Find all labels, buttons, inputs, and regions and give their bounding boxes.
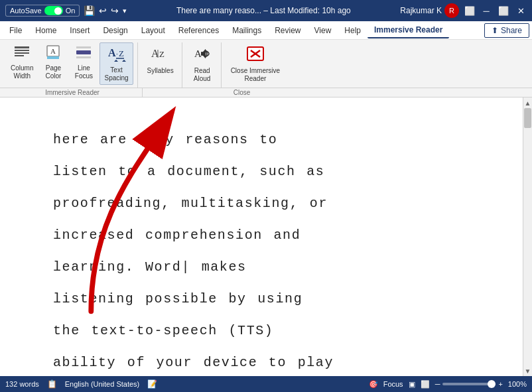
share-button[interactable]: ⬆ Share — [484, 23, 529, 38]
svg-text:A: A — [108, 47, 116, 58]
view-icon-1[interactable]: ▣ — [409, 380, 415, 389]
close-button[interactable]: ✕ — [515, 5, 527, 17]
document-title: There are many reaso... – Last Modified:… — [176, 6, 351, 15]
autosave-label: AutoSave — [10, 7, 42, 15]
svg-marker-14 — [114, 60, 118, 62]
redo-icon[interactable]: ↪ — [111, 5, 119, 16]
title-bar: AutoSave On 💾 ↩ ↪ ▾ There are many reaso… — [0, 0, 532, 21]
menu-home[interactable]: Home — [29, 23, 63, 38]
toggle-dot — [54, 7, 62, 15]
ribbon-toggle-icon[interactable]: ⬜ — [464, 6, 475, 16]
svg-rect-2 — [15, 52, 29, 54]
focus-icon[interactable]: 🎯 — [369, 380, 378, 389]
save-icon[interactable]: 💾 — [84, 5, 95, 16]
doc-line-1: here are many reasons to — [53, 132, 277, 147]
close-immersive-button[interactable]: Close ImmersiveReader — [227, 42, 284, 85]
svg-text:Z: Z — [119, 48, 124, 58]
focus-label[interactable]: Focus — [383, 380, 403, 388]
svg-rect-8 — [76, 50, 91, 54]
svg-marker-21 — [203, 49, 206, 58]
autosave-state: On — [66, 7, 76, 15]
scrollbar[interactable]: ▲ ▼ — [523, 98, 532, 376]
text-spacing-label: TextSpacing — [104, 66, 128, 82]
menu-file[interactable]: File — [3, 23, 29, 38]
view-icon-2[interactable]: ⬜ — [421, 380, 430, 389]
ribbon: ColumnWidth A PageColor — [0, 40, 532, 98]
spell-check-icon[interactable]: 📋 — [47, 379, 57, 389]
read-aloud-button[interactable]: A ReadAloud — [188, 42, 217, 85]
zoom-track[interactable] — [442, 383, 496, 385]
ribbon-group-buttons-syllables: A Z Syllables — [143, 42, 178, 85]
language[interactable]: English (United States) — [65, 380, 140, 388]
doc-line-4: increased comprehension and — [53, 228, 300, 243]
ribbon-labels: Immersive Reader Close — [0, 88, 532, 97]
group-label-close: Close — [142, 88, 341, 97]
column-width-label: ColumnWidth — [11, 64, 33, 80]
menu-insert[interactable]: Insert — [63, 23, 96, 38]
share-icon: ⬆ — [492, 26, 498, 35]
text-spacing-icon: A · Z — [107, 45, 127, 65]
zoom-level: 100% — [508, 380, 527, 388]
document-content[interactable]: here are many reasons to listen to a doc… — [0, 98, 523, 376]
page-color-button[interactable]: A PageColor — [38, 42, 68, 82]
scroll-up-button[interactable]: ▲ — [523, 98, 533, 108]
title-bar-center: There are many reaso... – Last Modified:… — [131, 6, 396, 15]
group-label-immersive: Immersive Reader — [3, 88, 142, 97]
line-focus-button[interactable]: LineFocus — [69, 42, 98, 82]
customize-icon[interactable]: ▾ — [123, 7, 127, 15]
ribbon-group-immersive: ColumnWidth A PageColor — [3, 42, 138, 88]
svg-rect-5 — [47, 56, 59, 59]
svg-rect-9 — [76, 56, 91, 58]
close-immersive-icon — [245, 44, 266, 66]
zoom-out-button[interactable]: ─ — [435, 380, 440, 388]
scroll-down-button[interactable]: ▼ — [523, 365, 533, 376]
status-bar: 132 words 📋 English (United States) 📝 🎯 … — [0, 376, 532, 392]
close-immersive-label: Close ImmersiveReader — [231, 67, 280, 83]
read-aloud-label: ReadAloud — [194, 67, 211, 83]
text-spacing-button[interactable]: A · Z TextSpacing — [100, 42, 133, 85]
menu-design[interactable]: Design — [96, 23, 134, 38]
menu-view[interactable]: View — [308, 23, 338, 38]
document-text: here are many reasons to listen to a doc… — [53, 124, 470, 376]
column-width-icon — [13, 44, 31, 63]
autosave-toggle[interactable] — [44, 6, 63, 15]
menu-immersive-reader[interactable]: Immersive Reader — [367, 23, 449, 38]
column-width-button[interactable]: ColumnWidth — [7, 42, 37, 82]
read-aloud-icon: A — [193, 44, 212, 66]
ribbon-group-close: Close ImmersiveReader — [223, 42, 288, 88]
svg-rect-7 — [76, 46, 91, 48]
zoom-slider[interactable]: ─ + — [435, 380, 503, 388]
user-name: Rajkumar K — [400, 6, 442, 15]
scrollbar-track[interactable] — [523, 108, 532, 365]
track-changes-icon: 📝 — [147, 379, 157, 389]
syllables-button[interactable]: A Z Syllables — [143, 42, 178, 77]
svg-rect-20 — [201, 52, 203, 56]
menu-layout[interactable]: Layout — [135, 23, 172, 38]
doc-line-8: ability of your device to play — [53, 355, 334, 370]
svg-rect-3 — [15, 55, 24, 56]
ribbon-group-syllables: A Z Syllables — [139, 42, 182, 88]
menu-bar: File Home Insert Design Layout Reference… — [0, 21, 532, 40]
page-color-icon: A — [44, 44, 62, 63]
doc-line-7: the text-to-speech (TTS) — [53, 323, 273, 338]
undo-icon[interactable]: ↩ — [99, 5, 107, 16]
scrollbar-thumb[interactable] — [524, 108, 531, 128]
svg-marker-15 — [122, 60, 126, 62]
autosave-badge[interactable]: AutoSave On — [5, 5, 80, 17]
doc-line-2: listen to a document, such as — [53, 164, 324, 179]
svg-text:A: A — [50, 47, 56, 55]
menu-review[interactable]: Review — [268, 23, 307, 38]
user-avatar: R — [444, 3, 459, 18]
zoom-thumb[interactable] — [488, 380, 496, 388]
doc-line-3: proofreading, multitasking, or — [53, 196, 328, 211]
menu-references[interactable]: References — [172, 23, 226, 38]
line-focus-label: LineFocus — [75, 64, 93, 80]
menu-help[interactable]: Help — [338, 23, 367, 38]
minimize-button[interactable]: ─ — [480, 5, 492, 17]
zoom-in-button[interactable]: + — [498, 380, 502, 388]
menu-mailings[interactable]: Mailings — [226, 23, 268, 38]
restore-button[interactable]: ⬜ — [498, 5, 509, 17]
ribbon-group-buttons-immersive: ColumnWidth A PageColor — [7, 42, 133, 85]
status-right: 🎯 Focus ▣ ⬜ ─ + 100% — [369, 380, 527, 389]
title-bar-left: AutoSave On 💾 ↩ ↪ ▾ — [5, 5, 127, 17]
